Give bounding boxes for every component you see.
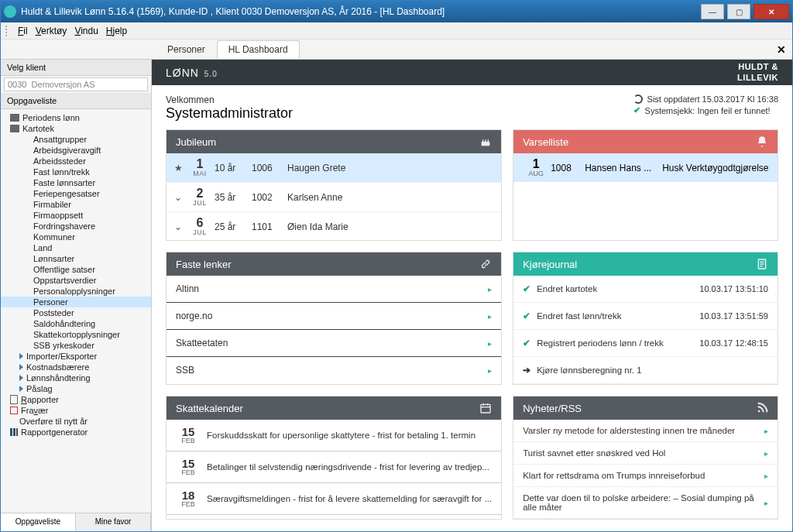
- menu-help[interactable]: Hjelp: [106, 26, 127, 36]
- tab-dashboard[interactable]: HL Dashboard: [217, 40, 300, 59]
- link-row[interactable]: Altinn▸: [166, 276, 501, 303]
- maximize-button[interactable]: ▢: [727, 4, 750, 19]
- varsel-row[interactable]: 1AUG 1008 Hansen Hans ... Husk Verktøygo…: [513, 153, 778, 182]
- dashboard: LØNN 5.0 HULDT &LILLEVIK Velkommen Syste…: [152, 60, 792, 531]
- tree-overfore[interactable]: Overføre til nytt år: [1, 416, 151, 427]
- tasklist-label: Oppgaveliste: [1, 93, 151, 109]
- tree-personer[interactable]: Personer: [1, 297, 151, 307]
- tree-kommuner[interactable]: Kommuner: [1, 232, 151, 242]
- link-row[interactable]: norge.no▸: [166, 303, 501, 330]
- panel-kjorejournal: Kjørejournal ✔Endret kartotek10.03.17 13…: [513, 252, 778, 385]
- client-input[interactable]: [4, 77, 148, 91]
- tree-ansattgrupper[interactable]: Ansattgrupper: [1, 134, 151, 145]
- panel-skattekalender: Skattekalender 15FEBForskuddsskatt for u…: [166, 396, 502, 520]
- arrow-right-icon: ➔: [523, 365, 530, 376]
- panel-jubileum: Jubileum ★1MAI10 år1006Haugen Grete⌄2JUL…: [166, 129, 502, 241]
- tree-firmabiler[interactable]: Firmabiler: [1, 199, 151, 210]
- skatt-row[interactable]: 15FEBForskuddsskatt for upersonlige skat…: [166, 420, 501, 451]
- dash-header: LØNN 5.0 HULDT &LILLEVIK: [152, 60, 792, 85]
- calendar-icon: [479, 402, 492, 414]
- brand-logo: HULDT &LILLEVIK: [737, 62, 778, 82]
- tree-arbeidsgiveravgift[interactable]: Arbeidsgiveravgift: [1, 145, 151, 156]
- menu-window[interactable]: Vindu: [74, 26, 98, 36]
- link-icon: [479, 258, 492, 270]
- tab-close-icon[interactable]: ✕: [777, 43, 786, 56]
- check-icon: ✔: [523, 311, 530, 321]
- jubileum-row[interactable]: ⌄6JUL25 år1101Øien Ida Marie: [166, 212, 501, 240]
- tree-fordringshavere[interactable]: Fordringshavere: [1, 221, 151, 232]
- rss-row[interactable]: Varsler ny metode for alderstesting inne…: [513, 420, 778, 442]
- tree-periodens-lonn[interactable]: Periodens lønn: [1, 112, 151, 123]
- svg-rect-3: [488, 139, 489, 142]
- bottom-tab-favorites[interactable]: Mine favor: [76, 513, 151, 531]
- kjore-row[interactable]: ✔Endret fast lønn/trekk10.03.17 13:51:59: [513, 303, 778, 330]
- window-title: Huldt & Lillevik Lønn 5.16.4 (1569), Kun…: [21, 6, 445, 17]
- app-icon: [4, 5, 16, 18]
- tree-importer-eksporter[interactable]: Importer/Eksporter: [1, 351, 151, 362]
- kjore-title: Kjørejournal: [523, 259, 577, 270]
- menu-file[interactable]: Fil: [18, 26, 28, 36]
- svg-point-12: [758, 410, 760, 413]
- check-icon: ✔: [523, 283, 530, 294]
- tree-oppstartsverdier[interactable]: Oppstartsverdier: [1, 275, 151, 286]
- skatt-row[interactable]: 18FEBSæravgiftsmeldingen - frist for å l…: [166, 483, 501, 515]
- tree-poststeder[interactable]: Poststeder: [1, 307, 151, 318]
- lenker-title: Faste lenker: [176, 259, 232, 270]
- tree-firmaoppsett[interactable]: Firmaoppsett: [1, 210, 151, 221]
- panel-lenker: Faste lenker Altinn▸norge.no▸Skatteetate…: [166, 252, 502, 385]
- tab-persons[interactable]: Personer: [156, 40, 217, 59]
- tree-arbeidssteder[interactable]: Arbeidssteder: [1, 156, 151, 166]
- svg-rect-1: [482, 139, 483, 142]
- kjore-row[interactable]: ✔Endret kartotek10.03.17 13:51:10: [513, 276, 778, 303]
- svg-rect-2: [485, 139, 486, 142]
- kjore-row[interactable]: ➔Kjøre lønnsberegning nr. 1: [513, 357, 778, 384]
- bottom-tab-tasks[interactable]: Oppgaveliste: [1, 513, 76, 531]
- tree-kostnadsbaerere[interactable]: Kostnadsbærere: [1, 362, 151, 372]
- tree-rapportgenerator[interactable]: Rapportgenerator: [1, 427, 151, 438]
- tree-skattekortopplysninger[interactable]: Skattekortopplysninger: [1, 329, 151, 340]
- tree-land[interactable]: Land: [1, 242, 151, 253]
- rss-row[interactable]: Turist savnet etter snøskred ved Hol▸: [513, 442, 778, 465]
- minimize-button[interactable]: —: [701, 4, 724, 19]
- tree-rapporter[interactable]: Rapporter: [1, 394, 151, 405]
- bell-icon: [756, 136, 768, 148]
- tree-paslag[interactable]: Påslag: [1, 383, 151, 394]
- tree-kartotek[interactable]: Kartotek: [1, 123, 151, 134]
- refresh-icon: [633, 94, 643, 104]
- syscheck-text: Systemsjekk: Ingen feil er funnet!: [645, 106, 771, 115]
- rss-row[interactable]: Klart for rettsdrama om Trumps innreisef…: [513, 465, 778, 487]
- welcome-label: Velkommen: [166, 94, 293, 105]
- tree-lonnsarter[interactable]: Lønnsarter: [1, 253, 151, 264]
- sidebar: Velg klient Oppgaveliste Periodens lønn …: [1, 60, 152, 531]
- close-button[interactable]: ✕: [754, 4, 789, 19]
- kjore-row[interactable]: ✔Registrert periodens lønn / trekk10.03.…: [513, 330, 778, 357]
- tree-saldohandtering[interactable]: Saldohåndtering: [1, 318, 151, 329]
- tree-fravaer[interactable]: Fravær: [1, 405, 151, 416]
- tree-offentlige-satser[interactable]: Offentlige satser: [1, 264, 151, 275]
- skatt-row[interactable]: 15FEBBetalinger til selvstendig næringsd…: [166, 451, 501, 483]
- rss-title: Nyheter/RSS: [523, 403, 582, 414]
- menu-tools[interactable]: Verktøy: [36, 26, 67, 36]
- jubileum-row[interactable]: ⌄2JUL35 år1002Karlsen Anne: [166, 183, 501, 212]
- task-tree: Periodens lønn Kartotek Ansattgrupper Ar…: [1, 109, 151, 513]
- chevron-right-icon: ▸: [764, 449, 768, 458]
- link-row[interactable]: SSB▸: [166, 357, 501, 383]
- panel-rss: Nyheter/RSS Varsler ny metode for alders…: [513, 396, 778, 520]
- menubar: Fil Verktøy Vindu Hjelp: [1, 22, 792, 39]
- tree-feriepengesatser[interactable]: Feriepengesatser: [1, 188, 151, 199]
- last-updated: Sist oppdatert 15.03.2017 Kl 16:38: [647, 94, 778, 104]
- link-row[interactable]: Skatteetaten▸: [166, 330, 501, 357]
- rss-row[interactable]: Dette var doen til to polske arbeidere: …: [513, 487, 778, 519]
- tree-personalopplysninger[interactable]: Personalopplysninger: [1, 286, 151, 297]
- tree-faste-lonnsarter[interactable]: Faste lønnsarter: [1, 177, 151, 188]
- rss-icon: [756, 402, 768, 414]
- tree-ssb-yrkeskoder[interactable]: SSB yrkeskoder: [1, 340, 151, 351]
- svg-rect-0: [482, 142, 490, 146]
- titlebar: Huldt & Lillevik Lønn 5.16.4 (1569), Kun…: [1, 1, 792, 22]
- journal-icon: [756, 258, 768, 270]
- jubileum-row[interactable]: ★1MAI10 år1006Haugen Grete: [166, 153, 501, 183]
- tree-fast-lonntrekk[interactable]: Fast lønn/trekk: [1, 166, 151, 177]
- app-window: Huldt & Lillevik Lønn 5.16.4 (1569), Kun…: [0, 0, 793, 532]
- panel-varselliste: Varselliste 1AUG 1008 Hansen Hans ... Hu…: [513, 129, 778, 241]
- tree-lonnshandtering[interactable]: Lønnshåndtering: [1, 372, 151, 383]
